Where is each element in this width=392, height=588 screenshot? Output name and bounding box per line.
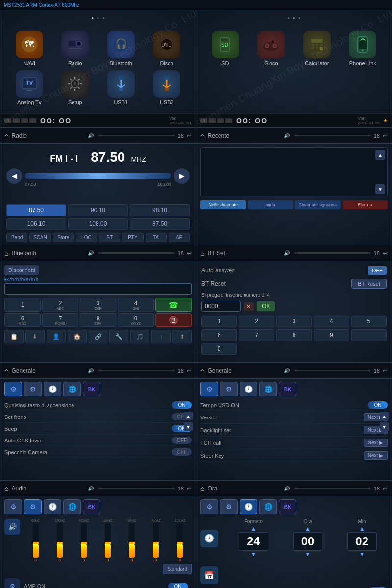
bt-key-9[interactable]: 9WXYZ	[118, 313, 154, 327]
bt-action-1[interactable]: 📋	[4, 330, 24, 343]
bt-action-7[interactable]: 🎵	[130, 330, 149, 343]
bt-key-1[interactable]: 1	[4, 298, 41, 312]
bt-disconnetti-btn[interactable]: Disconnetti	[4, 265, 39, 275]
home-icon-bt[interactable]: ⌂	[4, 249, 8, 257]
gen-icon-clock-r[interactable]: 🕐	[240, 382, 257, 396]
vol-slider-ora[interactable]	[294, 488, 371, 489]
eq-bar-150[interactable]: 0	[48, 523, 71, 562]
app-disco[interactable]: DVD Disco	[146, 31, 188, 66]
app-setup[interactable]: Setup	[54, 70, 97, 105]
app-gioco[interactable]: Gioco	[250, 31, 293, 66]
audio-icon-bk[interactable]: BK	[83, 499, 100, 514]
radio-scan-btn[interactable]: SCAN	[29, 233, 50, 242]
gen-icon-bk[interactable]: BK	[83, 382, 100, 396]
radio-ta-btn[interactable]: TA	[146, 233, 167, 242]
btset-num-6[interactable]: 6	[201, 329, 237, 341]
bt-action-8[interactable]: ↕	[151, 330, 171, 343]
eq-bar-400[interactable]: 0	[72, 523, 95, 562]
gen-scroll-up-r[interactable]: ▲	[380, 412, 389, 420]
app-navi[interactable]: 🗺 NAVI	[8, 31, 50, 66]
tab-elimina[interactable]: Elimina	[343, 200, 388, 209]
radio-store-btn[interactable]: Store	[53, 233, 74, 242]
home-icon-gen-l[interactable]: ⌂	[4, 367, 8, 375]
speaker-icon[interactable]: 🔊	[4, 519, 20, 535]
gen-icon-globe[interactable]: 🌐	[63, 382, 81, 396]
home-icon-radio[interactable]: ⌂	[4, 132, 8, 140]
radio-loc-btn[interactable]: LOC	[76, 233, 97, 242]
freq-preset-3[interactable]: 98.10	[130, 204, 190, 216]
recente-scroll-down[interactable]: ▼	[375, 184, 385, 194]
radio-next-btn[interactable]: ▶	[174, 168, 190, 184]
ora-ora-down[interactable]: ▼	[305, 551, 311, 558]
gen-icon-clock[interactable]: 🕐	[44, 382, 61, 396]
app-calculator[interactable]: Calculator	[296, 31, 338, 66]
btset-clear-btn[interactable]: ✕	[244, 302, 254, 311]
back-icon-bt[interactable]: ↩	[187, 250, 192, 257]
audio-icon-eq[interactable]: ⚙	[24, 499, 42, 514]
bt-key-6[interactable]: 6MNO	[4, 313, 41, 327]
back-icon-audio[interactable]: ↩	[187, 485, 192, 492]
gen-icon-bk-r[interactable]: BK	[279, 382, 296, 396]
btset-num-1[interactable]: 1	[201, 316, 237, 327]
back-icon-gen-l[interactable]: ↩	[187, 368, 192, 374]
eq-bar-7k[interactable]: 0	[145, 523, 168, 562]
btset-num-2[interactable]: 2	[239, 316, 274, 327]
tab-chiamate-signorina[interactable]: Chiamate signorina	[295, 200, 341, 209]
btset-num-3[interactable]: 3	[276, 316, 312, 327]
bt-action-6[interactable]: 🔧	[109, 330, 128, 343]
radio-prev-btn[interactable]: ◀	[6, 168, 22, 184]
vol-slider-recente[interactable]	[294, 135, 371, 136]
ora-min-down[interactable]: ▼	[359, 551, 365, 558]
vol-slider-bt[interactable]	[98, 252, 175, 254]
vol-slider-radio[interactable]	[98, 135, 175, 136]
bt-input-bar[interactable]	[4, 283, 192, 295]
home-icon-audio[interactable]: ⌂	[4, 485, 8, 492]
bt-key-call[interactable]: ☎	[155, 298, 192, 312]
tab-nrida[interactable]: nrida	[248, 200, 294, 209]
home-icon-ora[interactable]: ⌂	[200, 485, 204, 492]
next-tch-btn[interactable]: Next ▶	[364, 439, 388, 447]
app-usb1[interactable]: USB1	[100, 70, 142, 105]
bt-action-4[interactable]: 🏠	[68, 330, 87, 343]
btreset-btn[interactable]: BT Reset	[351, 279, 387, 289]
app-bluetooth[interactable]: 🎧 Bluetooth	[100, 31, 142, 66]
eq-icon-btn-bottom[interactable]: ⚙	[4, 578, 20, 588]
app-analogtv[interactable]: TV Analog Tv	[8, 70, 50, 105]
tab-nelle-chiamate[interactable]: Nelle chiamate	[200, 200, 246, 209]
eq-bar-60[interactable]: 0	[24, 523, 47, 562]
toggle-gps[interactable]: OFF	[172, 437, 192, 444]
radio-af-btn[interactable]: AF	[169, 233, 190, 242]
ora-icon-settings[interactable]: ⚙	[200, 499, 218, 514]
ora-icon-clock[interactable]: 🕐	[240, 499, 257, 514]
vol-slider-gen-r[interactable]	[294, 370, 371, 371]
back-icon-recente[interactable]: ↩	[383, 132, 388, 139]
autoanswer-toggle[interactable]: OFF	[368, 266, 387, 275]
recente-scroll-up[interactable]: ▲	[375, 150, 385, 160]
bt-key-8[interactable]: 8TUV	[80, 313, 116, 327]
btset-num-8[interactable]: 8	[276, 329, 312, 341]
freq-preset-4[interactable]: 106.10	[6, 218, 66, 230]
back-icon-radio[interactable]: ↩	[187, 132, 192, 139]
gen-scroll-down-l[interactable]: ▼	[184, 422, 193, 431]
btset-pin-input[interactable]	[201, 301, 241, 312]
eq-preset-btn[interactable]: Standard	[163, 564, 192, 574]
ora-clock-icon[interactable]: 🕐	[200, 530, 218, 547]
eq-bar-15k[interactable]: 0	[169, 523, 192, 562]
amp-toggle[interactable]: ON	[168, 583, 188, 588]
app-radio[interactable]: Radio	[54, 31, 97, 66]
bt-key-4[interactable]: 4GHI	[118, 298, 154, 312]
radio-st-btn[interactable]: ST	[99, 233, 120, 242]
back-icon-gen-r[interactable]: ↩	[383, 368, 388, 374]
home-icon-btset[interactable]: ⌂	[200, 249, 204, 257]
ora-formato-up[interactable]: ▲	[250, 525, 256, 532]
vol-slider-gen-l[interactable]	[98, 370, 175, 371]
gen-scroll-down-r[interactable]: ▼	[380, 422, 389, 431]
toggle-accensione[interactable]: ON	[172, 401, 192, 409]
bt-key-2[interactable]: 2ABC	[42, 298, 78, 312]
bt-action-9[interactable]: ⬆	[172, 330, 192, 343]
vol-slider-audio[interactable]	[98, 488, 175, 489]
eq-bar-3k[interactable]: 0	[121, 523, 144, 562]
ora-icon-bk[interactable]: BK	[279, 499, 296, 514]
btset-num-7[interactable]: 7	[239, 329, 274, 341]
btset-num-9[interactable]: 9	[314, 329, 349, 341]
